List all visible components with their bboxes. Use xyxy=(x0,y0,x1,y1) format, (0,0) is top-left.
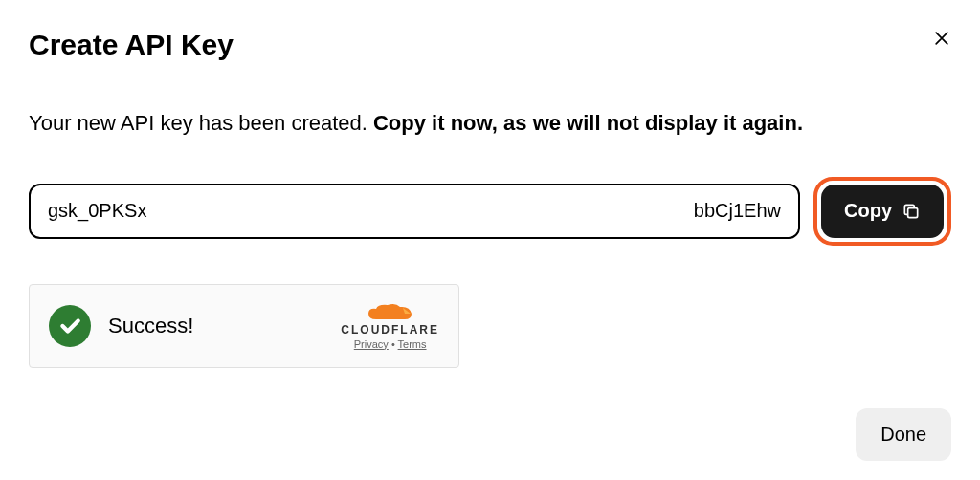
cloudflare-cloud-icon xyxy=(367,302,414,321)
api-key-field[interactable]: gsk_0PKSx bbCj1Ehw xyxy=(29,184,800,239)
privacy-link[interactable]: Privacy xyxy=(354,338,389,350)
success-checkmark xyxy=(49,305,91,347)
checkmark-icon xyxy=(57,314,82,338)
cloudflare-links: Privacy • Terms xyxy=(354,338,427,350)
cloudflare-logo: CLOUDFLARE xyxy=(341,302,439,337)
close-button[interactable] xyxy=(930,27,953,50)
cloudflare-brand-text: CLOUDFLARE xyxy=(341,323,439,337)
captcha-widget: Success! CLOUDFLARE Privacy • Terms xyxy=(29,284,459,368)
api-key-row: gsk_0PKSx bbCj1Ehw Copy xyxy=(29,177,951,246)
cloudflare-branding: CLOUDFLARE Privacy • Terms xyxy=(341,302,439,350)
modal-title: Create API Key xyxy=(29,29,951,61)
description-plain: Your new API key has been created. xyxy=(29,111,373,135)
modal-description: Your new API key has been created. Copy … xyxy=(29,109,951,139)
description-bold: Copy it now, as we will not display it a… xyxy=(373,111,803,135)
link-separator: • xyxy=(389,338,398,350)
api-key-suffix: bbCj1Ehw xyxy=(694,200,781,222)
terms-link[interactable]: Terms xyxy=(398,338,427,350)
done-button[interactable]: Done xyxy=(856,408,951,461)
close-icon xyxy=(932,29,951,48)
copy-icon xyxy=(902,202,921,221)
copy-button-label: Copy xyxy=(844,200,892,222)
copy-button-highlight: Copy xyxy=(813,177,951,246)
captcha-status-text: Success! xyxy=(108,314,341,338)
copy-button[interactable]: Copy xyxy=(821,185,944,238)
svg-rect-0 xyxy=(908,207,918,217)
api-key-prefix: gsk_0PKSx xyxy=(48,200,146,222)
